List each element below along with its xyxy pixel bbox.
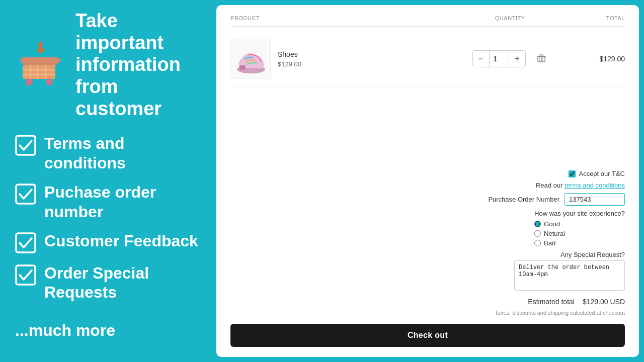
feature-label-purchase: Puchase order number (44, 183, 201, 221)
radio-bad-input[interactable] (534, 240, 541, 246)
radio-group: Good Netural Bad (534, 220, 625, 247)
radio-good[interactable]: Good (534, 220, 625, 228)
header-title: Take important information from customer (75, 10, 201, 120)
feature-item-special: Order Special Requests (15, 263, 201, 302)
tnc-link[interactable]: terms and conditions (565, 182, 625, 189)
left-panel: Take important information from customer… (0, 0, 216, 362)
radio-neutral-input[interactable] (534, 230, 541, 237)
form-section: Accept our T&C Read our terms and condit… (230, 170, 625, 347)
tnc-checkbox-label: Accept our T&C (579, 170, 625, 177)
qty-wrapper: − + (472, 50, 526, 67)
product-image (230, 39, 271, 79)
svg-rect-14 (239, 65, 246, 70)
page-wrapper: Take important information from customer… (0, 0, 644, 362)
more-text: ...much more (15, 321, 201, 340)
experience-section: How was your site experience? Good Netur… (534, 210, 625, 247)
product-details: Shoes $129.00 (278, 50, 301, 68)
product-price: $129.00 (278, 60, 301, 68)
feature-label-feedback: Customer Feedback (44, 231, 198, 250)
product-name: Shoes (278, 50, 301, 58)
check-icon-special (15, 264, 36, 286)
radio-bad[interactable]: Bad (534, 239, 625, 247)
po-input[interactable] (565, 193, 625, 206)
right-panel: PRODUCT QUANTITY TOTAL (216, 5, 639, 357)
col-total-header: TOTAL (575, 15, 625, 21)
po-label: Purchase Order Number (488, 196, 559, 203)
tnc-checkbox-row: Accept our T&C (569, 170, 625, 177)
estimated-row: Estimated total $129.00 USD (528, 298, 625, 306)
special-request-textarea[interactable]: Deliver the order between 10am-4pm (514, 260, 625, 291)
col-product-header: PRODUCT (230, 15, 446, 21)
header-section: Take important information from customer (15, 10, 201, 120)
estimated-label: Estimated total (528, 298, 575, 306)
special-request-label: Any Special Request? (560, 251, 625, 258)
product-info: Shoes $129.00 (230, 39, 446, 79)
product-total: $129.00 (575, 55, 625, 63)
svg-rect-0 (23, 65, 55, 79)
feature-label-terms: Terms and conditions (44, 134, 201, 172)
radio-good-label: Good (544, 220, 560, 228)
qty-increase-button[interactable]: + (509, 51, 525, 67)
po-row: Purchase Order Number (488, 193, 625, 206)
svg-point-7 (46, 78, 53, 85)
radio-neutral-label: Netural (544, 230, 565, 237)
checkout-button[interactable]: Check out (230, 324, 625, 347)
table-header: PRODUCT QUANTITY TOTAL (230, 15, 625, 27)
quantity-control[interactable]: − + (446, 50, 575, 67)
table-row: Shoes $129.00 − + (230, 32, 625, 86)
feature-item-purchase: Puchase order number (15, 183, 201, 221)
tnc-read-label: Read our (536, 182, 562, 189)
delete-item-button[interactable] (535, 52, 548, 66)
estimated-amount: $129.00 USD (583, 298, 625, 306)
radio-good-input[interactable] (534, 221, 541, 227)
check-icon-feedback (15, 232, 36, 253)
check-icon-purchase (15, 184, 36, 205)
cart-icon (15, 40, 65, 90)
col-quantity-header: QUANTITY (446, 15, 575, 21)
trash-icon (537, 54, 546, 63)
experience-label: How was your site experience? (534, 210, 625, 217)
check-icon-terms (15, 135, 36, 156)
radio-bad-label: Bad (544, 239, 555, 247)
tnc-read-row: Read our terms and conditions (536, 182, 625, 189)
radio-neutral[interactable]: Netural (534, 230, 625, 237)
special-request-section: Any Special Request? Deliver the order b… (230, 251, 625, 291)
qty-decrease-button[interactable]: − (473, 51, 489, 67)
qty-input[interactable] (489, 51, 509, 67)
tnc-checkbox[interactable] (569, 170, 576, 177)
svg-marker-8 (36, 42, 45, 54)
feature-item-terms: Terms and conditions (15, 134, 201, 172)
feature-label-special: Order Special Requests (44, 263, 201, 302)
svg-point-6 (26, 78, 33, 85)
taxes-note: Taxes, discounts and shipping calculated… (495, 310, 625, 316)
feature-item-feedback: Customer Feedback (15, 231, 201, 253)
